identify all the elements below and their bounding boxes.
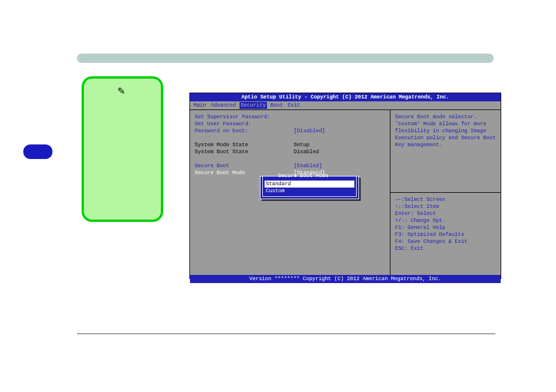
bios-setup-window: Aptio Setup Utility - Copyright (C) 2012… (189, 93, 501, 279)
setting-label: System Boot State (195, 149, 294, 156)
key-hint-change: +/-: Change Opt. (395, 217, 496, 224)
bios-key-hints: →←:Select Screen ↑↓:Select Item Enter: S… (390, 193, 501, 275)
setting-label: System Mode State (195, 142, 294, 149)
password-on-boot-item[interactable]: Password on boot: [Disabled] (195, 128, 385, 135)
key-hint-esc: ESC: Exit (395, 245, 496, 252)
popup-option-custom[interactable]: Custom (265, 188, 354, 195)
note-callout-box: ✎ (82, 76, 163, 222)
decorative-hr (77, 333, 495, 334)
popup-option-standard[interactable]: Standard (265, 181, 354, 188)
bios-footer: Version ******** Copyright (C) 2012 Amer… (190, 275, 501, 283)
set-user-password-item[interactable]: Set User Password: (195, 121, 385, 128)
setting-label: Set Supervisor Password: (195, 114, 294, 121)
set-supervisor-password-item[interactable]: Set Supervisor Password: (195, 114, 385, 121)
key-hint-select-item: ↑↓:Select Item (395, 203, 496, 210)
tab-main[interactable]: Main (192, 102, 207, 109)
setting-label: Password on boot: (195, 128, 294, 135)
bios-left-panel: Set Supervisor Password: Set User Passwo… (190, 110, 390, 275)
bios-help-text: Secure Boot mode selector. 'Custom' Mode… (390, 110, 501, 193)
bios-body: Set Supervisor Password: Set User Passwo… (190, 110, 501, 275)
spacer (195, 156, 385, 163)
secure-boot-item[interactable]: Secure Boot [Enabled] (195, 163, 385, 169)
tab-boot[interactable]: Boot (269, 102, 284, 109)
system-boot-state-item: System Boot State Disabled (195, 149, 385, 156)
key-hint-enter: Enter: Select (395, 210, 496, 217)
key-hint-f3: F3: Optimized Defaults (395, 231, 496, 238)
setting-value: Setup (294, 142, 309, 149)
tab-exit[interactable]: Exit (287, 102, 302, 109)
decorative-blue-pill (23, 144, 52, 159)
tab-advanced[interactable]: Advanced (210, 102, 237, 109)
setting-label: Secure Boot (195, 163, 294, 169)
secure-boot-mode-popup: Secure Boot Mode Standard Custom (260, 176, 359, 199)
setting-value: Disabled (294, 149, 319, 156)
setting-label: Set User Password: (195, 121, 294, 128)
key-hint-f4: F4: Save Changes & Exit (395, 238, 496, 245)
popup-title: Secure Boot Mode (276, 172, 330, 179)
bios-tab-bar: Main Advanced Security Boot Exit (190, 101, 501, 110)
tab-security[interactable]: Security (240, 102, 267, 109)
key-hint-f1: F1: General Help (395, 224, 496, 231)
spacer (195, 135, 385, 142)
system-mode-state-item: System Mode State Setup (195, 142, 385, 149)
pencil-icon: ✎ (118, 83, 125, 98)
setting-value: [Disabled] (294, 128, 325, 135)
setting-value: [Enabled] (294, 163, 322, 169)
bios-title-bar: Aptio Setup Utility - Copyright (C) 2012… (190, 93, 501, 101)
bios-right-panel: Secure Boot mode selector. 'Custom' Mode… (390, 110, 501, 275)
decorative-header-bar (77, 54, 494, 63)
key-hint-select-screen: →←:Select Screen (395, 196, 496, 203)
